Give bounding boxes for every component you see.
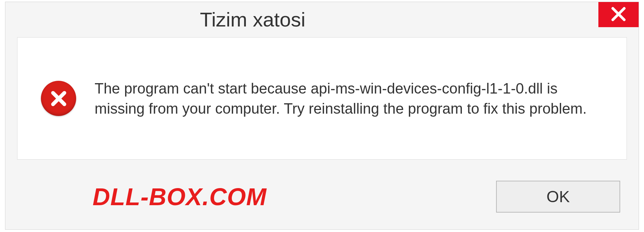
close-button[interactable] xyxy=(598,2,639,27)
content-area: The program can't start because api-ms-w… xyxy=(17,37,627,160)
watermark-text: DLL-BOX.COM xyxy=(93,183,267,211)
dialog-title: Tizim xatosi xyxy=(200,8,305,31)
error-dialog: Tizim xatosi The program can't start bec… xyxy=(5,2,639,230)
ok-button[interactable]: OK xyxy=(496,181,620,213)
error-icon-wrapper xyxy=(41,81,76,116)
title-bar: Tizim xatosi xyxy=(5,2,639,34)
close-icon xyxy=(610,6,627,24)
error-icon xyxy=(41,81,76,116)
footer-area: DLL-BOX.COM OK xyxy=(5,164,639,229)
error-message: The program can't start because api-ms-w… xyxy=(95,78,603,118)
